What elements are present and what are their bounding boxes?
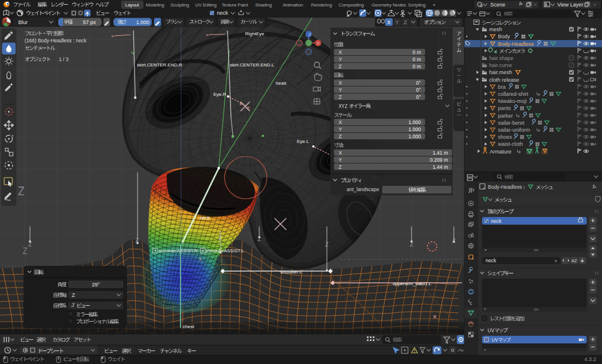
- svg-text:Z: Z: [72, 292, 75, 298]
- svg-text:head: head: [276, 81, 286, 86]
- svg-text:(166) Body-Headless : neck: (166) Body-Headless : neck: [25, 38, 87, 44]
- svg-text:Z: Z: [339, 64, 342, 69]
- svg-text:sailar-uniform: sailar-uniform: [498, 127, 530, 133]
- svg-text:Body-Headless: Body-Headless: [498, 41, 534, 47]
- svg-text:×: ×: [111, 34, 114, 39]
- svg-text:×: ×: [593, 2, 596, 8]
- svg-text:collared-shirt: collared-shirt: [498, 91, 529, 97]
- svg-text:Y: Y: [339, 87, 342, 93]
- svg-text:waist-cloth: waist-cloth: [497, 141, 523, 147]
- svg-text:Body: Body: [498, 34, 510, 39]
- svg-text:Y: Y: [339, 56, 342, 62]
- svg-text:RightEye: RightEye: [245, 31, 265, 36]
- svg-text:chest: chest: [183, 324, 195, 329]
- svg-text:Y: Y: [339, 126, 342, 132]
- svg-text:Texture Paint: Texture Paint: [222, 2, 249, 8]
- svg-text:1.44 m: 1.44 m: [433, 164, 448, 170]
- svg-text:X: X: [339, 150, 342, 156]
- svg-text:X: X: [387, 19, 390, 25]
- svg-text:Y: Y: [339, 157, 342, 163]
- svg-text:shoulderASSIST.L: shoulderASSIST.L: [206, 248, 244, 253]
- svg-text:1 / 3: 1 / 3: [59, 56, 69, 62]
- svg-text:×: ×: [554, 258, 557, 264]
- svg-text:0 m: 0 m: [413, 64, 421, 69]
- svg-text:sailar-beret: sailar-beret: [498, 120, 525, 126]
- svg-text:0.209 m: 0.209 m: [430, 157, 448, 163]
- svg-text:Armature: Armature: [490, 149, 511, 155]
- svg-text:skirt.CENTER.END.R: skirt.CENTER.END.R: [137, 62, 182, 68]
- svg-text:×: ×: [206, 32, 209, 38]
- svg-text:Scripting: Scripting: [408, 2, 426, 8]
- svg-text:0 m: 0 m: [413, 49, 421, 55]
- svg-text:X: X: [339, 80, 342, 86]
- svg-text:4.3.2: 4.3.2: [584, 356, 596, 362]
- svg-text:0°: 0°: [416, 80, 421, 86]
- svg-text:upperarm_twist1.L: upperarm_twist1.L: [393, 281, 432, 286]
- svg-text:hair.shape: hair.shape: [489, 55, 514, 61]
- svg-text:×: ×: [534, 2, 537, 8]
- svg-text:mesh: mesh: [489, 26, 502, 32]
- svg-text:1.000: 1.000: [409, 126, 422, 132]
- svg-text:×: ×: [433, 313, 437, 321]
- svg-text:X: X: [317, 41, 320, 45]
- svg-text:UV Editing: UV Editing: [195, 2, 216, 8]
- svg-text:AZ: AZ: [571, 258, 577, 263]
- svg-text:hair.mesh: hair.mesh: [489, 69, 512, 75]
- svg-text:Compositing: Compositing: [339, 2, 364, 8]
- svg-text:Y: Y: [395, 19, 399, 25]
- svg-text:Animation: Animation: [283, 2, 303, 8]
- svg-text:29°: 29°: [92, 282, 100, 288]
- svg-text:skirt.CENTER.END.L: skirt.CENTER.END.L: [230, 62, 275, 68]
- svg-text:bra: bra: [498, 84, 506, 90]
- svg-text:Modeling: Modeling: [146, 2, 164, 8]
- svg-text:View Layer: View Layer: [557, 2, 583, 8]
- svg-text:1.41 m: 1.41 m: [433, 150, 448, 156]
- svg-text:Sculpting: Sculpting: [170, 2, 189, 8]
- svg-text:X: X: [339, 49, 342, 55]
- svg-text:Body-Headless: Body-Headless: [488, 184, 522, 190]
- svg-text:neck: neck: [491, 218, 502, 224]
- svg-text:Shading: Shading: [255, 2, 272, 8]
- svg-text:pants: pants: [498, 105, 511, 111]
- svg-text:Niwako-moji: Niwako-moji: [498, 98, 527, 104]
- svg-text:Z: Z: [404, 19, 407, 25]
- svg-text:neck: neck: [486, 258, 497, 263]
- svg-text:hair.curve: hair.curve: [489, 62, 512, 68]
- svg-text:Z: Z: [339, 164, 342, 170]
- svg-text:Z: Z: [339, 133, 342, 139]
- svg-text:Geometry Nodes: Geometry Nodes: [372, 2, 406, 8]
- svg-text:×: ×: [199, 256, 202, 262]
- svg-text:cloth release: cloth release: [489, 77, 519, 83]
- svg-text:0 m: 0 m: [413, 56, 421, 62]
- svg-text:shoulder.L: shoulder.L: [280, 269, 302, 275]
- svg-text:ant_landscape: ant_landscape: [347, 186, 380, 192]
- svg-text:neck: neck: [200, 215, 210, 221]
- svg-text:shoulderASSIST.R: shoulderASSIST.R: [159, 248, 198, 253]
- svg-text:X: X: [339, 119, 342, 125]
- svg-text:1.000: 1.000: [136, 19, 149, 25]
- svg-text:shoes: shoes: [498, 134, 513, 140]
- svg-text:57 px: 57 px: [83, 19, 96, 25]
- svg-text:Z: Z: [339, 94, 342, 100]
- svg-text:+: +: [433, 2, 436, 8]
- svg-text:0°: 0°: [416, 87, 421, 93]
- svg-text:neck: neck: [217, 10, 229, 16]
- svg-text:0°: 0°: [416, 94, 421, 100]
- svg-text:Scene: Scene: [490, 2, 506, 8]
- svg-text:parker: parker: [498, 113, 513, 119]
- svg-text:1.000: 1.000: [409, 119, 422, 125]
- svg-text:Eye.R: Eye.R: [213, 92, 226, 97]
- svg-text:Rendering: Rendering: [311, 2, 332, 8]
- svg-text:Eye.L: Eye.L: [297, 139, 309, 144]
- svg-text:1.000: 1.000: [409, 133, 422, 139]
- svg-text:Layout: Layout: [125, 2, 139, 8]
- svg-text:Blur: Blur: [18, 19, 28, 25]
